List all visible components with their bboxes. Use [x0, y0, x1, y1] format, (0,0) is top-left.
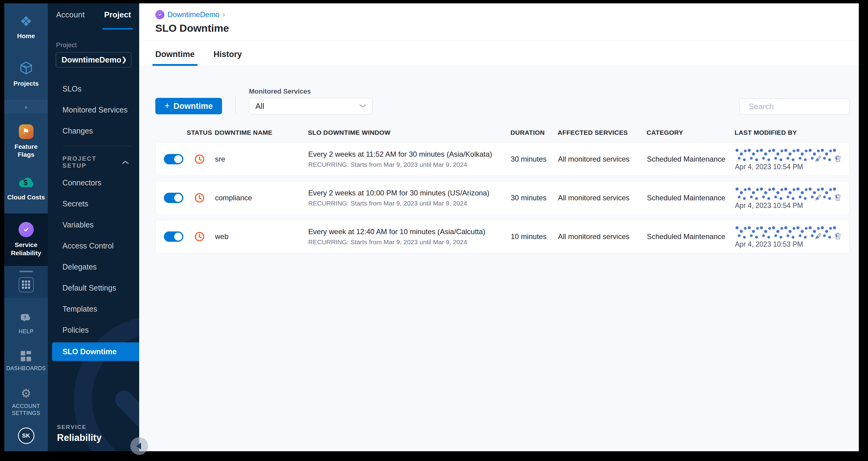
rail-item-dashboards[interactable]: DASHBOARDS [4, 343, 48, 380]
nav-item-connectors[interactable]: Connectors [48, 172, 139, 193]
nav-item-secrets[interactable]: Secrets [48, 193, 139, 214]
rail-item-label: Home [17, 32, 35, 40]
tab-history[interactable]: History [214, 50, 242, 66]
rail-item-label: ACCOUNT SETTINGS [9, 403, 43, 416]
monitored-services-select[interactable]: All [249, 98, 372, 114]
rail-item-projects[interactable]: Projects [4, 48, 48, 100]
home-icon: ❖ [20, 14, 32, 28]
nav-item-monitored-services[interactable]: Monitored Services [48, 99, 139, 120]
rail-item-label: Projects [13, 80, 39, 87]
breadcrumb-project-link[interactable]: DowntimeDemo [167, 10, 220, 19]
window-text: Every 2 weeks at 11:52 AM for 30 minutes… [308, 150, 511, 159]
rail-item-service-reliability[interactable]: Service Reliability [4, 213, 48, 266]
status-toggle[interactable] [164, 231, 183, 242]
category: Scheduled Maintenance [647, 194, 735, 202]
main-content: DowntimeDemo › SLO Downtime Downtime His… [139, 3, 859, 451]
page-header: DowntimeDemo › SLO Downtime [139, 3, 859, 41]
trash-icon [833, 154, 842, 163]
rail-spacer [4, 298, 48, 306]
feature-flags-icon: ⚑ [19, 124, 33, 139]
nav-item-slos[interactable]: SLOs [48, 78, 139, 99]
project-field-label: Project [56, 41, 139, 49]
edit-button[interactable] [814, 231, 823, 242]
affected-services: All monitored services [558, 155, 647, 164]
project-setup-section-header[interactable]: PROJECT SETUP [48, 149, 139, 172]
status-toggle[interactable] [164, 154, 183, 164]
status-toggle[interactable] [164, 193, 183, 203]
last-modified-cell: Apr 4, 2023 10:54 PM [735, 181, 849, 214]
module-browser-button[interactable] [19, 277, 34, 292]
service-reliability-icon [19, 222, 34, 237]
nav-scope-tabs: Account Project [48, 3, 139, 30]
table-header: STATUS DOWNTIME NAME SLO DOWNTIME WINDOW… [155, 129, 849, 136]
delete-button[interactable] [833, 154, 842, 164]
module-footer-line1: SERVICE [57, 424, 139, 431]
nav-item-changes[interactable]: Changes [48, 120, 139, 142]
column-header-duration: DURATION [510, 129, 558, 136]
edit-button[interactable] [814, 154, 823, 164]
chevron-right-icon: ❯ [121, 56, 127, 64]
tab-downtime[interactable]: Downtime [155, 50, 195, 66]
project-selector-value: DowntimeDemo [62, 55, 121, 65]
svg-text:?: ? [24, 315, 26, 320]
chevron-up-icon [122, 160, 129, 164]
grid-icon [22, 281, 30, 289]
page-tabs: Downtime History [139, 41, 859, 66]
recurrence-text: RECURRING: Starts from Mar 9, 2023 until… [308, 238, 511, 246]
delete-button[interactable] [833, 231, 842, 242]
status-cell [156, 231, 215, 242]
app-window: ❖ Home Projects ▲ ⚑ Feature Flags $ Clou… [4, 3, 859, 451]
gear-icon: ⚙ [21, 387, 31, 399]
search-box [739, 98, 849, 114]
new-downtime-button[interactable]: + Downtime [155, 98, 222, 114]
project-selector[interactable]: DowntimeDemo ❯ [56, 52, 131, 67]
category: Scheduled Maintenance [647, 155, 735, 164]
search-input[interactable] [748, 102, 851, 112]
nav-item-variables[interactable]: Variables [48, 214, 139, 235]
nav-item-access-control[interactable]: Access Control [48, 235, 139, 256]
status-cell [156, 192, 215, 204]
nav-item-policies[interactable]: Policies [48, 319, 139, 341]
edit-button[interactable] [814, 193, 823, 203]
svg-text:$: $ [24, 178, 28, 186]
rail-item-label: DASHBOARDS [6, 365, 46, 372]
rail-item-cloud-costs[interactable]: $ Cloud Costs [4, 167, 48, 213]
pencil-icon [814, 193, 823, 202]
select-value: All [255, 102, 265, 111]
nav-item-slo-downtime[interactable]: SLO Downtime [52, 342, 139, 361]
duration: 30 minutes [511, 194, 558, 202]
project-avatar-icon [155, 10, 164, 19]
new-downtime-button-label: Downtime [174, 102, 213, 111]
rail-item-home[interactable]: ❖ Home [4, 3, 48, 48]
affected-services: All monitored services [558, 194, 647, 202]
rail-item-label: Feature Flags [5, 143, 46, 159]
chevron-left-icon [136, 443, 141, 450]
tab-project[interactable]: Project [104, 10, 131, 30]
nav-collapse-button[interactable] [130, 437, 148, 455]
rail-module-browser-section [4, 266, 48, 298]
duration: 30 minutes [511, 155, 558, 164]
downtime-content: + Downtime Monitored Services All [139, 66, 859, 451]
category: Scheduled Maintenance [647, 232, 735, 241]
nav-item-delegates[interactable]: Delegates [48, 256, 139, 278]
nav-item-templates[interactable]: Templates [48, 298, 139, 319]
rail-item-help[interactable]: ? HELP [4, 306, 48, 343]
delete-button[interactable] [833, 193, 842, 203]
tab-account[interactable]: Account [56, 10, 85, 30]
rail-item-feature-flags[interactable]: ⚑ Feature Flags [4, 114, 48, 167]
rail-item-account-settings[interactable]: ⚙ ACCOUNT SETTINGS [4, 380, 48, 425]
nav-menu: SLOs Monitored Services Changes PROJECT … [48, 78, 139, 361]
duration: 10 minutes [511, 232, 558, 241]
trash-icon [833, 193, 842, 202]
table-row: web Every week at 12:40 AM for 10 minute… [155, 220, 849, 253]
affected-services: All monitored services [558, 232, 647, 241]
downtime-name: web [215, 232, 308, 241]
rail-scroll-up-button[interactable]: ▲ [4, 100, 48, 114]
nav-item-default-settings[interactable]: Default Settings [48, 278, 139, 298]
help-chat-icon: ? [20, 313, 32, 324]
user-avatar[interactable]: SK [18, 428, 34, 444]
last-modified-cell: Apr 4, 2023 10:53 PM [735, 220, 849, 253]
window-text: Every 2 weeks at 10:00 PM for 30 minutes… [308, 189, 511, 197]
toolbar-divider [236, 95, 236, 114]
monitored-services-filter: Monitored Services All [249, 87, 372, 114]
